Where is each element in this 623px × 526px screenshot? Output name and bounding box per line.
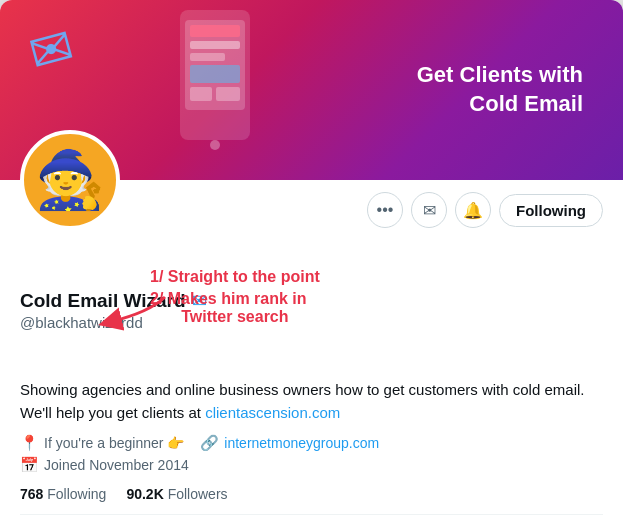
following-stat[interactable]: 768 Following (20, 486, 106, 502)
meta-row-2: 📅 Joined November 2014 (20, 456, 603, 474)
svg-rect-3 (190, 41, 240, 49)
svg-rect-4 (190, 53, 225, 61)
display-name: Cold Email Wizard (20, 290, 186, 312)
svg-rect-2 (190, 25, 240, 37)
following-button[interactable]: Following (499, 194, 603, 227)
calendar-icon: 📅 (20, 456, 39, 474)
following-label: Following (47, 486, 106, 502)
bio: Showing agencies and online business own… (20, 379, 603, 424)
link-icon: 🔗 (200, 434, 219, 452)
bio-link[interactable]: clientascension.com (205, 404, 340, 421)
meta-website-link[interactable]: internetmoneygroup.com (224, 435, 379, 451)
meta-row: 📍 If you're a beginner 👉 🔗 internetmoney… (20, 434, 603, 452)
stats-row: 768 Following 90.2K Followers (20, 486, 603, 502)
message-button[interactable]: ✉ (411, 192, 447, 228)
banner-tagline: Get Clients with Cold Email (417, 61, 623, 118)
profile-section: 🧙 ••• ✉ 🔔 Following Cold Email Wizard ✉ … (0, 180, 623, 526)
envelope-decoration: ✉ (23, 15, 81, 84)
meta-location: 📍 If you're a beginner 👉 (20, 434, 184, 452)
avatar: 🧙 (20, 130, 120, 230)
meta-joined-text: Joined November 2014 (44, 457, 189, 473)
verified-badge: ✉ (192, 290, 207, 312)
following-count: 768 (20, 486, 43, 502)
profile-card: ✉ Get Clients with Cold Email 🧙 (0, 0, 623, 526)
svg-point-8 (210, 140, 220, 150)
followers-stat[interactable]: 90.2K Followers (126, 486, 227, 502)
name-row: Cold Email Wizard ✉ (20, 290, 603, 312)
more-button[interactable]: ••• (367, 192, 403, 228)
followers-label: Followers (168, 486, 228, 502)
phone-illustration (160, 5, 270, 165)
svg-rect-6 (190, 87, 212, 101)
bell-icon: 🔔 (463, 201, 483, 220)
annotation-1: 1/ Straight to the point (150, 268, 320, 286)
meta-website[interactable]: 🔗 internetmoneygroup.com (200, 434, 379, 452)
message-icon: ✉ (423, 201, 436, 220)
followed-by-row: 😊 😄 Followed by Omar Cherkaoui, Lucas Ja… (20, 514, 603, 526)
svg-rect-7 (216, 87, 240, 101)
svg-rect-5 (190, 65, 240, 83)
notifications-button[interactable]: 🔔 (455, 192, 491, 228)
location-icon: 📍 (20, 434, 39, 452)
followers-count: 90.2K (126, 486, 163, 502)
meta-location-text: If you're a beginner 👉 (44, 435, 184, 451)
avatar-emoji: 🧙 (35, 152, 105, 208)
meta-joined: 📅 Joined November 2014 (20, 456, 189, 474)
handle: @blackhatwizardd (20, 314, 603, 331)
